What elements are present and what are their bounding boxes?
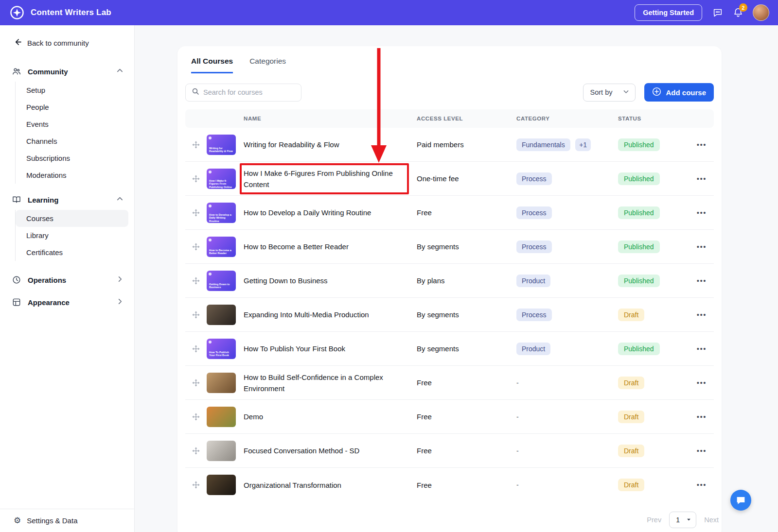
courses-table: NAME ACCESS LEVEL CATEGORY STATUS Writin…: [185, 109, 714, 502]
thumbnail-title-text: How to Become a Better Reader: [207, 247, 236, 257]
table-row[interactable]: Expanding Into Multi-Media Production Ex…: [185, 298, 714, 332]
search-input[interactable]: [203, 88, 295, 96]
category-badge: Process: [516, 172, 552, 185]
course-name[interactable]: How to Become a Better Reader: [244, 241, 417, 252]
thumbnail-title-text: Writing for Readability & Flow: [207, 145, 236, 155]
getting-started-button[interactable]: Getting Started: [635, 4, 702, 21]
drag-handle-icon[interactable]: [185, 141, 207, 149]
course-thumbnail: How I Make 6-Figures From Publishing Onl…: [207, 169, 236, 189]
table-row[interactable]: How to Become a Better Reader How to Bec…: [185, 230, 714, 264]
course-table-body: Writing for Readability & Flow Writing f…: [185, 128, 714, 502]
drag-handle-icon[interactable]: [185, 311, 207, 319]
row-actions-button[interactable]: •••: [697, 412, 707, 421]
course-access-level: By segments: [417, 344, 516, 353]
sidebar-item-moderations[interactable]: Moderations: [16, 167, 128, 184]
main-content: All Courses Categories Sort by: [135, 25, 778, 532]
table-row[interactable]: How To Publish Your First Book How To Pu…: [185, 332, 714, 366]
course-access-level: Paid members: [417, 140, 516, 149]
status-badge: Draft: [618, 445, 644, 457]
row-actions-button[interactable]: •••: [697, 140, 707, 149]
drag-handle-icon[interactable]: [185, 379, 207, 387]
course-name[interactable]: Demo: [244, 411, 417, 422]
add-course-button[interactable]: Add course: [644, 83, 714, 102]
settings-and-data-link[interactable]: ⚙ Settings & Data: [0, 509, 134, 532]
status-badge: Draft: [618, 377, 644, 389]
drag-handle-icon[interactable]: [185, 277, 207, 285]
user-avatar[interactable]: [753, 4, 769, 21]
drag-handle-icon[interactable]: [185, 481, 207, 489]
course-name[interactable]: How To Publish Your First Book: [244, 343, 417, 354]
row-actions-button[interactable]: •••: [697, 276, 707, 285]
pagination-prev[interactable]: Prev: [647, 516, 661, 524]
sort-by-dropdown[interactable]: Sort by: [583, 84, 636, 102]
table-row[interactable]: Writing for Readability & Flow Writing f…: [185, 128, 714, 162]
drag-handle-icon[interactable]: [185, 345, 207, 353]
drag-handle-icon[interactable]: [185, 447, 207, 455]
sidebar-item-library[interactable]: Library: [16, 227, 128, 244]
course-search[interactable]: [185, 84, 301, 102]
app-logo-icon[interactable]: [9, 4, 25, 21]
pagination-page-select[interactable]: 1: [669, 512, 696, 528]
course-name[interactable]: Focused Conversation Method - SD: [244, 445, 417, 456]
chat-widget-button[interactable]: [730, 490, 751, 511]
row-actions-button[interactable]: •••: [697, 174, 707, 183]
sidebar-item-people[interactable]: People: [16, 99, 128, 116]
course-thumbnail: How to Build Self-Confidence in a Comple…: [207, 373, 236, 393]
drag-handle-icon[interactable]: [185, 413, 207, 421]
course-name[interactable]: Expanding Into Multi-Media Production: [244, 309, 417, 320]
sidebar-section-operations[interactable]: Operations: [0, 271, 134, 289]
row-actions-button[interactable]: •••: [697, 242, 707, 251]
course-thumbnail: Writing for Readability & Flow: [207, 135, 236, 155]
course-name[interactable]: How I Make 6-Figures From Publishing Onl…: [244, 168, 417, 190]
course-name[interactable]: How to Build Self-Confidence in a Comple…: [244, 372, 417, 394]
row-actions-button[interactable]: •••: [697, 481, 707, 489]
course-thumbnail: Focused Conversation Method - SD: [207, 441, 236, 461]
table-row[interactable]: Getting Down to Business Getting Down to…: [185, 264, 714, 298]
notifications-bell-icon[interactable]: 2: [732, 7, 744, 18]
notification-count-badge: 2: [739, 3, 747, 12]
course-access-level: Free: [417, 481, 516, 489]
pagination-next[interactable]: Next: [704, 516, 719, 524]
sidebar: Back to community Community Setup People…: [0, 25, 135, 532]
status-badge: Published: [618, 172, 660, 185]
category-badge: -: [516, 481, 519, 489]
drag-handle-icon[interactable]: [185, 175, 207, 183]
table-row[interactable]: How to Develop a Daily Writing Routine H…: [185, 196, 714, 230]
course-name[interactable]: Getting Down to Business: [244, 275, 417, 286]
course-access-level: By plans: [417, 276, 516, 285]
table-row[interactable]: How I Make 6-Figures From Publishing Onl…: [185, 162, 714, 196]
course-name[interactable]: Organizational Transformation: [244, 480, 417, 491]
sidebar-section-learning[interactable]: Learning: [0, 190, 134, 209]
row-actions-button[interactable]: •••: [697, 310, 707, 319]
course-name[interactable]: How to Develop a Daily Writing Routine: [244, 207, 417, 218]
row-actions-button[interactable]: •••: [697, 378, 707, 387]
sidebar-item-subscriptions[interactable]: Subscriptions: [16, 150, 128, 167]
sidebar-item-events[interactable]: Events: [16, 116, 128, 133]
messages-icon[interactable]: [712, 7, 724, 18]
row-actions-button[interactable]: •••: [697, 446, 707, 455]
tab-categories[interactable]: Categories: [249, 57, 286, 73]
course-name[interactable]: Writing for Readability & Flow: [244, 139, 417, 150]
course-access-level: By segments: [417, 242, 516, 251]
drag-handle-icon[interactable]: [185, 209, 207, 217]
drag-handle-icon[interactable]: [185, 243, 207, 251]
thumbnail-title-text: Getting Down to Business: [207, 281, 236, 291]
sidebar-item-channels[interactable]: Channels: [16, 133, 128, 150]
table-row[interactable]: Organizational Transformation Organizati…: [185, 468, 714, 502]
table-row[interactable]: How to Build Self-Confidence in a Comple…: [185, 366, 714, 400]
sidebar-item-setup[interactable]: Setup: [16, 82, 128, 99]
row-actions-button[interactable]: •••: [697, 344, 707, 353]
app-title: Content Writers Lab: [31, 8, 111, 17]
sidebar-item-certificates[interactable]: Certificates: [16, 244, 128, 261]
sidebar-section-appearance[interactable]: Appearance: [0, 293, 134, 311]
row-actions-button[interactable]: •••: [697, 208, 707, 217]
status-badge: Published: [618, 240, 660, 253]
thumbnail-title-text: How I Make 6-Figures From Publishing Onl…: [207, 177, 236, 189]
table-row[interactable]: Demo Demo Free - Draft •••: [185, 400, 714, 434]
sidebar-item-courses[interactable]: Courses: [16, 210, 128, 227]
table-row[interactable]: Focused Conversation Method - SD Focused…: [185, 434, 714, 468]
category-extra-badge: +1: [575, 138, 591, 151]
sidebar-section-community[interactable]: Community: [0, 62, 134, 81]
back-to-community-link[interactable]: Back to community: [0, 38, 134, 48]
tab-all-courses[interactable]: All Courses: [191, 57, 233, 73]
